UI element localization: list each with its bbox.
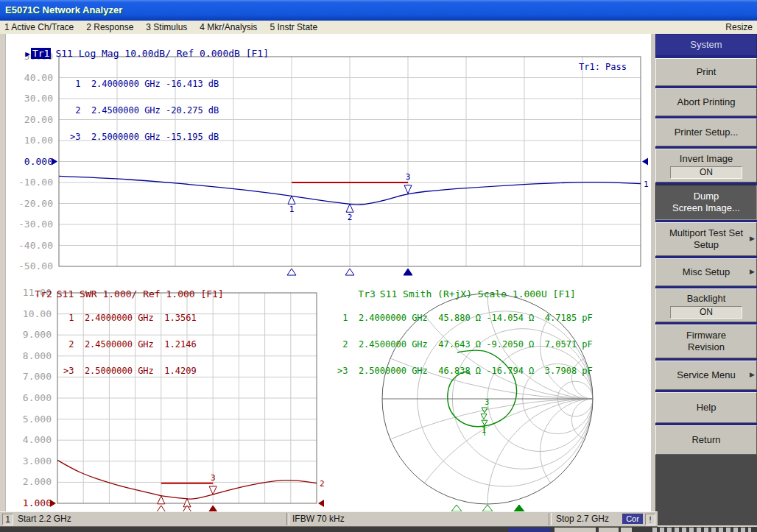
softkey-label: Firmware — [686, 330, 726, 341]
tr3-marker-row: 1 2.4000000 GHz 45.880 Ω -14.054 Ω 4.718… — [337, 313, 593, 322]
tr2-marker-table: 1 2.4000000 GHz 1.3561 2 2.4500000 GHz 1… — [63, 296, 197, 393]
tr1-marker-row: 2 2.4500000 GHz -20.275 dB — [70, 106, 219, 115]
softkey-service-menu[interactable]: Service Menu▶ — [655, 361, 757, 390]
softkey-label: Printer Setup... — [675, 127, 739, 138]
menu-item-2[interactable]: 2 Response — [82, 21, 141, 34]
softkey-label: Invert Image — [680, 153, 733, 165]
softkey-label: Misc Setup — [683, 266, 730, 278]
tr3-marker-table: 1 2.4000000 GHz 45.880 Ω -14.054 Ω 4.718… — [337, 296, 593, 393]
taskbar-segment — [554, 528, 596, 532]
submenu-arrow-icon: ▶ — [750, 235, 755, 242]
softkey-toggle-value: ON — [670, 306, 742, 319]
tr3-marker-row: 2 2.4500000 GHz 47.643 Ω -9.2050 Ω 7.057… — [337, 340, 593, 349]
tr2-marker-row: 2 2.4500000 GHz 1.2146 — [63, 340, 197, 349]
tr1-marker-table: 1 2.4000000 GHz -16.413 dB 2 2.4500000 G… — [70, 62, 219, 159]
softkey-label: Dump — [694, 191, 719, 202]
submenu-arrow-icon: ▶ — [750, 371, 755, 378]
softkey-dump-screen-image[interactable]: DumpScreen Image... — [655, 185, 757, 220]
menu-item-5[interactable]: 5 Instr State — [265, 21, 325, 34]
softkey-label: Multiport Test Set — [669, 227, 743, 239]
softkey-label: System — [690, 39, 722, 51]
e5071c-screen: E5071C Network Analyzer 1 Active Ch/Trac… — [0, 0, 757, 532]
alert-indicator: ! — [645, 514, 655, 525]
taskbar-clock-partial — [652, 528, 751, 532]
window-title-bar: E5071C Network Analyzer — [0, 0, 757, 21]
taskbar-segment — [508, 528, 551, 532]
menu-item-4[interactable]: 4 Mkr/Analysis — [195, 21, 265, 34]
channel-number-box: 1 — [2, 514, 13, 525]
softkey-toggle-value: ON — [670, 166, 742, 179]
tr1-chip: Tr1 — [31, 48, 51, 59]
softkey-label: Backlight — [687, 293, 726, 305]
tr3-marker-row: >3 2.5000000 GHz 46.838 Ω -16.794 Ω 3.79… — [337, 366, 593, 375]
tr1-limit-test-result: Tr1: Pass — [579, 62, 627, 72]
softkey-label: Help — [697, 402, 716, 414]
status-bar: 1 Start 2.2 GHz IFBW 70 kHz Stop 2.7 GHz… — [0, 511, 658, 527]
softkey-label: Screen Image... — [672, 202, 740, 214]
softkey-system[interactable]: System — [655, 34, 757, 56]
ifbw-label: IFBW 70 kHz — [292, 514, 345, 525]
start-frequency-label: Start 2.2 GHz — [18, 514, 71, 525]
active-trace-arrow: ▶ — [25, 49, 30, 59]
softkey-panel: SystemPrintAbort PrintingPrinter Setup..… — [655, 34, 757, 525]
softkey-label: Setup — [694, 239, 719, 251]
correction-badge: Cor — [622, 514, 643, 524]
softkey-label: Abort Printing — [677, 96, 736, 108]
status-divider — [549, 513, 552, 525]
softkey-invert-image[interactable]: Invert ImageON — [655, 149, 757, 182]
submenu-arrow-icon: ▶ — [750, 268, 755, 275]
softkey-firmware-revision[interactable]: FirmwareRevision — [655, 324, 757, 358]
menu-item-3[interactable]: 3 Stimulus — [141, 21, 195, 34]
softkey-print[interactable]: Print — [655, 58, 757, 86]
tr2-marker-row: >3 2.5000000 GHz 1.4209 — [63, 366, 197, 375]
softkey-help[interactable]: Help — [655, 392, 757, 423]
taskbar-partial-row — [0, 527, 757, 532]
status-divider — [286, 513, 289, 525]
tr2-marker-row: 1 2.4000000 GHz 1.3561 — [63, 313, 197, 322]
softkey-multiport-test-set-setup[interactable]: Multiport Test SetSetup▶ — [655, 222, 757, 256]
softkey-return[interactable]: Return — [655, 425, 757, 455]
menu-bar: 1 Active Ch/Trace2 Response3 Stimulus4 M… — [0, 21, 757, 35]
tr2-chip: Tr2 — [35, 288, 52, 299]
softkey-label: Service Menu — [677, 369, 735, 381]
softkey-label: Revision — [688, 341, 725, 353]
stop-frequency-label: Stop 2.7 GHz — [556, 514, 609, 525]
softkey-label: Return — [691, 434, 720, 446]
softkey-abort-printing[interactable]: Abort Printing — [655, 88, 757, 116]
tr1-marker-row: >3 2.5000000 GHz -15.195 dB — [70, 132, 219, 141]
window-title: E5071C Network Analyzer — [5, 4, 122, 15]
softkey-label: Print — [697, 66, 716, 78]
tr1-header-text: S11 Log Mag 10.00dB/ Ref 0.000dB [F1] — [55, 48, 269, 59]
tr1-marker-row: 1 2.4000000 GHz -16.413 dB — [70, 79, 219, 88]
softkey-misc-setup[interactable]: Misc Setup▶ — [655, 258, 757, 286]
softkey-printer-setup[interactable]: Printer Setup... — [655, 118, 757, 146]
taskbar-segment — [621, 528, 632, 532]
taskbar-segment — [599, 528, 619, 532]
softkey-backlight[interactable]: BacklightON — [655, 288, 757, 322]
menu-item-1[interactable]: 1 Active Ch/Trace — [0, 21, 82, 34]
left-frame-strip — [0, 34, 6, 525]
menu-item-resize[interactable]: Resize — [725, 21, 753, 33]
